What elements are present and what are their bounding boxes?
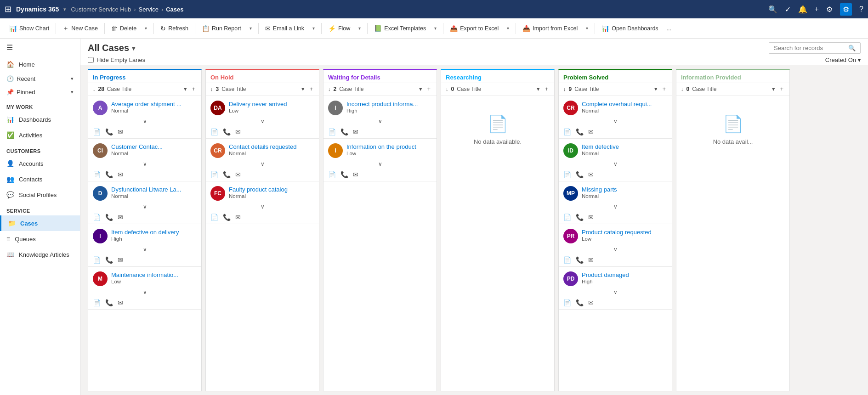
sidebar-item-social-profiles[interactable]: 💬 Social Profiles	[0, 187, 80, 203]
card-title-on-hold-1[interactable]: Contact details requested	[229, 143, 314, 150]
card-title-in-progress-2[interactable]: Dysfunctional Litware La...	[111, 186, 197, 193]
sidebar-item-knowledge[interactable]: 📖 Knowledge Articles	[0, 247, 80, 262]
card-file-icon-on-hold-2[interactable]: 📄	[210, 214, 218, 221]
card-email-icon-in-progress-3[interactable]: ✉	[118, 256, 123, 264]
card-problem-solved-2[interactable]: MP Missing parts Normal ∨ 📄 📞 ✉	[559, 181, 672, 224]
col-sort-btn-waiting[interactable]: ▾	[418, 85, 424, 93]
settings-icon[interactable]: ⚙	[840, 3, 852, 16]
run-report-button[interactable]: 📋 Run Report	[198, 23, 245, 34]
card-phone-icon-in-progress-1[interactable]: 📞	[105, 171, 113, 178]
sidebar-item-cases[interactable]: 📁 Cases	[0, 215, 80, 231]
card-title-problem-solved-1[interactable]: Item defective	[582, 143, 667, 150]
app-name[interactable]: Dynamics 365	[16, 6, 59, 13]
col-add-btn-in-progress[interactable]: +	[190, 85, 197, 93]
delete-dropdown[interactable]: ▾	[141, 24, 151, 33]
card-file-icon-waiting-0[interactable]: 📄	[328, 128, 336, 135]
run-report-dropdown[interactable]: ▾	[246, 24, 255, 33]
card-title-problem-solved-2[interactable]: Missing parts	[582, 186, 667, 193]
card-title-waiting-0[interactable]: Incorrect product informa...	[346, 101, 432, 107]
card-phone-icon-on-hold-1[interactable]: 📞	[223, 171, 231, 178]
card-file-icon-on-hold-1[interactable]: 📄	[210, 171, 218, 178]
card-title-in-progress-0[interactable]: Average order shipment ...	[111, 101, 197, 107]
excel-templates-dropdown[interactable]: ▾	[431, 24, 440, 33]
col-add-btn-problem-solved[interactable]: +	[661, 85, 667, 93]
card-title-on-hold-2[interactable]: Faulty product catalog	[229, 186, 314, 193]
import-excel-button[interactable]: 📥 Import from Excel	[519, 23, 581, 34]
card-expand-in-progress-2[interactable]: ∨	[93, 203, 197, 211]
plus-icon[interactable]: +	[815, 5, 819, 13]
card-file-icon-problem-solved-1[interactable]: 📄	[563, 171, 571, 178]
card-phone-icon-problem-solved-1[interactable]: 📞	[576, 171, 584, 178]
card-email-icon-problem-solved-2[interactable]: ✉	[588, 214, 594, 221]
card-phone-icon-on-hold-0[interactable]: 📞	[223, 128, 231, 135]
card-waiting-0[interactable]: I Incorrect product informa... High ∨ 📄 …	[323, 96, 437, 139]
card-on-hold-1[interactable]: CR Contact details requested Normal ∨ 📄 …	[206, 139, 319, 181]
search-input[interactable]	[774, 45, 845, 51]
card-problem-solved-3[interactable]: PR Product catalog requested Low ∨ 📄 📞 ✉	[559, 224, 672, 267]
email-link-button[interactable]: ✉ Email a Link	[261, 23, 308, 34]
card-phone-icon-waiting-0[interactable]: 📞	[340, 128, 348, 135]
export-excel-button[interactable]: 📤 Export to Excel	[446, 23, 502, 34]
card-expand-waiting-1[interactable]: ∨	[328, 160, 432, 168]
col-sort-btn-on-hold[interactable]: ▾	[300, 85, 306, 93]
card-phone-icon-waiting-1[interactable]: 📞	[340, 171, 348, 178]
sidebar-item-dashboards[interactable]: 📊 Dashboards	[0, 112, 80, 127]
card-email-icon-on-hold-1[interactable]: ✉	[235, 171, 241, 178]
card-expand-in-progress-4[interactable]: ∨	[93, 288, 197, 296]
card-phone-icon-problem-solved-0[interactable]: 📞	[576, 128, 584, 135]
card-file-icon-in-progress-3[interactable]: 📄	[93, 256, 101, 264]
card-title-problem-solved-4[interactable]: Product damaged	[582, 271, 667, 278]
card-title-in-progress-4[interactable]: Maintenance informatio...	[111, 271, 197, 278]
col-sort-btn-researching[interactable]: ▾	[535, 85, 541, 93]
more-button[interactable]: ...	[663, 23, 675, 34]
sidebar-hamburger[interactable]: ☰	[0, 39, 80, 56]
col-add-btn-on-hold[interactable]: +	[308, 85, 314, 93]
refresh-button[interactable]: ↻ Refresh	[157, 23, 192, 34]
export-excel-dropdown[interactable]: ▾	[503, 24, 513, 33]
breadcrumb-service[interactable]: Service	[139, 6, 159, 13]
card-phone-icon-problem-solved-2[interactable]: 📞	[576, 214, 584, 221]
card-in-progress-1[interactable]: CI Customer Contac... Normal ∨ 📄 📞 ✉	[88, 139, 201, 181]
card-expand-on-hold-0[interactable]: ∨	[210, 117, 314, 125]
card-email-icon-on-hold-2[interactable]: ✉	[235, 214, 241, 221]
card-phone-icon-problem-solved-3[interactable]: 📞	[576, 256, 584, 264]
app-name-arrow[interactable]: ▾	[63, 6, 66, 12]
card-file-icon-problem-solved-2[interactable]: 📄	[563, 214, 571, 221]
card-email-icon-on-hold-0[interactable]: ✉	[235, 128, 241, 135]
card-phone-icon-in-progress-0[interactable]: 📞	[105, 128, 113, 135]
card-email-icon-problem-solved-0[interactable]: ✉	[588, 128, 594, 135]
card-title-in-progress-1[interactable]: Customer Contac...	[111, 143, 197, 150]
card-problem-solved-1[interactable]: ID Item defective Normal ∨ 📄 📞 ✉	[559, 139, 672, 181]
help-icon[interactable]: ?	[859, 5, 863, 13]
sidebar-item-recent[interactable]: 🕐 Recent ▾	[0, 72, 80, 85]
card-phone-icon-problem-solved-4[interactable]: 📞	[576, 299, 584, 306]
card-expand-in-progress-0[interactable]: ∨	[93, 117, 197, 125]
card-title-problem-solved-0[interactable]: Complete overhaul requi...	[582, 101, 667, 107]
card-title-waiting-1[interactable]: Information on the product	[346, 143, 432, 150]
card-file-icon-in-progress-0[interactable]: 📄	[93, 128, 101, 135]
card-email-icon-problem-solved-1[interactable]: ✉	[588, 171, 594, 178]
created-on-filter[interactable]: Created On ▾	[825, 56, 861, 63]
card-title-on-hold-0[interactable]: Delivery never arrived	[229, 101, 314, 107]
col-add-btn-researching[interactable]: +	[543, 85, 550, 93]
card-expand-problem-solved-3[interactable]: ∨	[563, 245, 667, 254]
sort-icon-on-hold[interactable]: ↓	[210, 86, 213, 92]
card-expand-problem-solved-2[interactable]: ∨	[563, 203, 667, 211]
card-file-icon-problem-solved-0[interactable]: 📄	[563, 128, 571, 135]
card-file-icon-in-progress-2[interactable]: 📄	[93, 214, 101, 221]
sort-icon-info-provided[interactable]: ↓	[681, 86, 684, 92]
card-expand-on-hold-1[interactable]: ∨	[210, 160, 314, 168]
card-on-hold-2[interactable]: FC Faulty product catalog Normal ∨ 📄 📞 ✉	[206, 181, 319, 224]
search-icon[interactable]: 🔍	[768, 5, 777, 14]
card-file-icon-waiting-1[interactable]: 📄	[328, 171, 336, 178]
card-file-icon-problem-solved-4[interactable]: 📄	[563, 299, 571, 306]
card-in-progress-4[interactable]: M Maintenance informatio... Low ∨ 📄 📞 ✉	[88, 267, 201, 310]
card-phone-icon-in-progress-2[interactable]: 📞	[105, 214, 113, 221]
open-dashboards-button[interactable]: 📊 Open Dashboards	[598, 23, 662, 34]
card-phone-icon-on-hold-2[interactable]: 📞	[223, 214, 231, 221]
card-email-icon-in-progress-1[interactable]: ✉	[118, 171, 123, 178]
card-expand-waiting-0[interactable]: ∨	[328, 117, 432, 125]
card-email-icon-in-progress-0[interactable]: ✉	[118, 128, 123, 135]
card-file-icon-in-progress-4[interactable]: 📄	[93, 299, 101, 306]
card-in-progress-3[interactable]: I Item defective on delivery High ∨ 📄 📞 …	[88, 224, 201, 267]
